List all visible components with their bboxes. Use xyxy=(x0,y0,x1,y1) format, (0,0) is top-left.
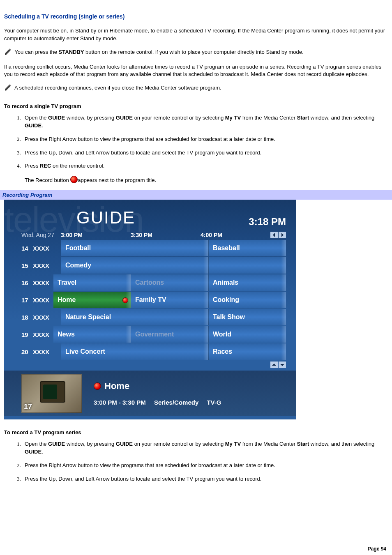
step-3: Press the Up, Down, and Left Arrow butto… xyxy=(22,475,388,483)
guide-channel[interactable]: 18XXXX xyxy=(21,309,61,325)
guide-row: 18XXXXNature SpecialTalk Show xyxy=(21,309,286,325)
guide-detail-meta: 3:00 PM - 3:30 PM Series/Comedy TV-G xyxy=(94,399,286,406)
guide-thumb-channel: 17 xyxy=(24,403,32,411)
guide-row: 20XXXXLive ConcertRaces xyxy=(21,343,286,360)
record-icon xyxy=(94,382,101,390)
record-icon xyxy=(70,176,78,183)
guide-program-cell[interactable]: Government xyxy=(131,326,209,343)
guide-row: 17XXXXHomeFamily TVCooking xyxy=(21,292,286,308)
conflict-text: If a recording conflict occurs, Media Ce… xyxy=(4,63,388,79)
guide-channel[interactable]: 19XXXX xyxy=(21,326,53,343)
guide-program-cell[interactable]: Live Concert xyxy=(61,343,209,360)
guide-program-cell[interactable]: World xyxy=(209,326,286,343)
guide-row: 14XXXXFootballBaseball xyxy=(21,240,286,256)
step-3: Press the Up, Down, and Left Arrow butto… xyxy=(22,149,388,157)
note-icon xyxy=(4,48,12,58)
guide-row: 19XXXXNewsGovernmentWorld xyxy=(21,326,286,343)
guide-channel[interactable]: 15XXXX xyxy=(21,257,61,274)
guide-program-cell[interactable]: Animals xyxy=(209,274,286,291)
step-4: Press REC on the remote control. The Rec… xyxy=(22,162,388,184)
guide-col-2: 3:30 PM xyxy=(131,232,201,238)
guide-channel[interactable]: 16XXXX xyxy=(21,274,53,291)
guide-left-button[interactable] xyxy=(270,232,278,238)
subheading-single: To record a single TV program xyxy=(4,103,388,109)
guide-channel[interactable]: 14XXXX xyxy=(21,240,61,256)
figure-caption: Recording Program xyxy=(0,190,392,200)
steps-series: Open the GUIDE window, by pressing GUIDE… xyxy=(4,440,388,483)
guide-program-cell[interactable]: Baseball xyxy=(209,240,286,256)
step-2: Press the Right Arrow button to view the… xyxy=(22,136,388,143)
note-2: A scheduled recording continues, even if… xyxy=(4,84,388,93)
guide-channel[interactable]: 17XXXX xyxy=(21,292,53,308)
guide-row: 16XXXXTravelCartoonsAnimals xyxy=(21,274,286,291)
guide-detail-title: Home xyxy=(94,381,286,391)
guide-clock: 3:18 PM xyxy=(249,216,286,228)
guide-program-cell[interactable]: Cartoons xyxy=(131,274,209,291)
note-icon xyxy=(4,84,12,93)
step-2: Press the Right Arrow button to view the… xyxy=(22,462,388,470)
guide-program-cell[interactable]: Home xyxy=(53,292,131,308)
guide-program-cell[interactable]: News xyxy=(53,326,131,343)
tv-icon xyxy=(40,381,65,403)
guide-program-cell[interactable]: Races xyxy=(209,343,286,360)
guide-right-button[interactable] xyxy=(279,232,286,238)
guide-program-cell[interactable] xyxy=(209,257,286,274)
guide-program-cell[interactable]: Travel xyxy=(53,274,131,291)
guide-date: Wed, Aug 27 xyxy=(21,232,61,238)
guide-col-1: 3:00 PM xyxy=(61,232,131,238)
guide-program-cell[interactable]: Comedy xyxy=(61,257,209,274)
guide-down-button[interactable] xyxy=(279,362,286,368)
record-icon xyxy=(122,297,128,303)
step-1: Open the GUIDE window, by pressing GUIDE… xyxy=(22,440,388,456)
step-1: Open the GUIDE window, by pressing GUIDE… xyxy=(22,114,388,130)
guide-up-button[interactable] xyxy=(270,362,278,368)
guide-program-cell[interactable]: Cooking xyxy=(209,292,286,308)
guide-program-cell[interactable]: Family TV xyxy=(131,292,209,308)
page-title: Scheduling a TV recording (single or ser… xyxy=(4,13,388,20)
steps-single: Open the GUIDE window, by pressing GUIDE… xyxy=(4,114,388,184)
note-1: You can press the STANDBY button on the … xyxy=(4,48,388,58)
guide-row: 15XXXXComedy xyxy=(21,257,286,274)
guide-program-cell[interactable]: Football xyxy=(61,240,209,256)
guide-program-cell[interactable]: Nature Special xyxy=(61,309,209,325)
guide-thumbnail: 17 xyxy=(21,374,82,413)
guide-program-cell[interactable]: Talk Show xyxy=(209,309,286,325)
guide-channel[interactable]: 20XXXX xyxy=(21,343,61,360)
subheading-series: To record a TV program series xyxy=(4,429,388,435)
intro-text: Your computer must be on, in Stand by or… xyxy=(4,27,388,43)
guide-col-3: 4:00 PM xyxy=(201,232,270,238)
guide-title: GUIDE xyxy=(76,208,135,228)
guide-screenshot: television GUIDE 3:18 PM Wed, Aug 27 3:0… xyxy=(4,200,296,419)
